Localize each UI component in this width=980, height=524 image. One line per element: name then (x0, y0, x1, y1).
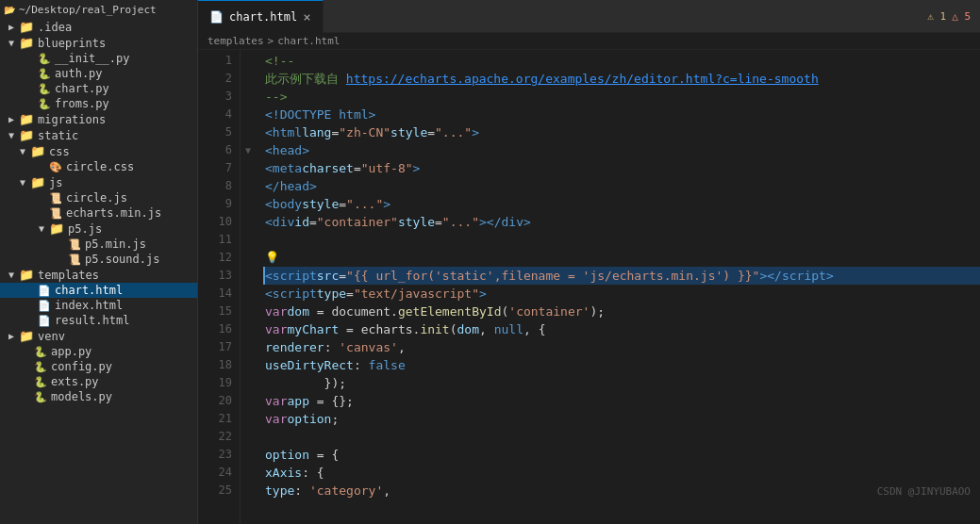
code-line-5: <html lang="zh-CN" style="..."> (265, 123, 980, 141)
code-editor[interactable]: 1234567891011121314151617181920212223242… (198, 50, 980, 524)
sidebar-item-chart-html[interactable]: 📄 chart.html (0, 283, 197, 298)
folder-icon-static: 📁 (19, 128, 34, 142)
code-line-8: </head> (265, 177, 980, 195)
sidebar-item-label: js (49, 176, 62, 189)
code-line-2: 此示例下载自 https://echarts.apache.org/exampl… (265, 70, 980, 88)
folder-arrow-static: ▼ (4, 130, 19, 140)
code-line-10: <div id="container" style="..."></div> (265, 213, 980, 231)
sidebar-item-froms-py[interactable]: 🐍 froms.py (0, 96, 197, 111)
editor-status-badges: ⚠ 1 △ 5 (927, 10, 980, 23)
sidebar-item-blueprints[interactable]: ▼ 📁 blueprints (0, 35, 197, 51)
sidebar-item-label: index.html (55, 299, 123, 312)
code-line-1: <!-- (265, 52, 980, 70)
sidebar-item-label: templates (38, 269, 99, 282)
code-line-20: var app = {}; (265, 392, 980, 410)
sidebar-item-label: froms.py (55, 97, 109, 110)
sidebar-item-label: config.py (51, 360, 112, 373)
code-line-15: var dom = document.getElementById('conta… (265, 303, 980, 320)
sidebar-item-index-html[interactable]: 📄 index.html (0, 298, 197, 313)
sidebar-item-circle-js[interactable]: 📜 circle.js (0, 190, 197, 205)
tab-label: chart.html (229, 10, 297, 24)
sidebar-item-init-py[interactable]: 🐍 __init__.py (0, 51, 197, 66)
code-line-17: renderer: 'canvas', (265, 338, 980, 356)
sidebar-item-js[interactable]: ▼ 📁 js (0, 174, 197, 190)
sidebar-item-label: app.py (51, 345, 91, 358)
code-line-11 (265, 231, 980, 249)
js-icon: 📜 (68, 238, 81, 251)
breadcrumb: templates > chart.html (198, 33, 980, 50)
sidebar-item-chart-py[interactable]: 🐍 chart.py (0, 81, 197, 96)
code-line-14: <script type="text/javascript"> (265, 285, 980, 303)
sidebar-item-templates[interactable]: ▼ 📁 templates (0, 267, 197, 283)
sidebar-item-migrations[interactable]: ▶ 📁 migrations (0, 111, 197, 127)
code-line-7: <meta charset="utf-8"> (265, 159, 980, 177)
sidebar-item-label: venv (38, 330, 65, 343)
folder-icon-css: 📁 (30, 144, 45, 158)
code-lines[interactable]: <!-- 此示例下载自 https://echarts.apache.org/e… (256, 50, 980, 524)
folder-arrow-idea: ▶ (4, 22, 19, 32)
sidebar-item-models-py[interactable]: 🐍 models.py (0, 389, 197, 404)
sidebar-item-idea[interactable]: ▶ 📁 .idea (0, 19, 197, 35)
sidebar-item-echarts-min-js[interactable]: 📜 echarts.min.js (0, 205, 197, 221)
code-line-3: --> (265, 88, 980, 106)
folder-arrow-css: ▼ (15, 146, 30, 156)
sidebar-item-label: blueprints (38, 37, 106, 50)
py-icon: 🐍 (34, 376, 47, 388)
sidebar-item-label: p5.min.js (85, 237, 146, 251)
sidebar-item-label: p5.js (68, 222, 102, 236)
sidebar-item-label: models.py (51, 390, 112, 403)
sidebar-item-label: chart.py (55, 82, 109, 95)
sidebar-item-label: circle.js (66, 191, 127, 205)
sidebar-item-exts-py[interactable]: 🐍 exts.py (0, 374, 197, 389)
folder-icon-templates: 📁 (19, 268, 34, 282)
folder-icon-p5js: 📁 (49, 221, 64, 236)
code-line-22 (265, 428, 980, 446)
code-line-23: option = { (265, 446, 980, 464)
tab-close-button[interactable]: × (303, 10, 310, 24)
folder-arrow-p5js: ▼ (34, 223, 49, 234)
py-icon: 🐍 (34, 346, 47, 358)
sidebar-item-result-html[interactable]: 📄 result.html (0, 313, 197, 328)
file-explorer[interactable]: 📂 ~/Desktop/real_Project ▶ 📁 .idea ▼ 📁 b… (0, 0, 198, 524)
folder-icon-venv: 📁 (19, 329, 34, 343)
code-line-13: <script src="{{ url_for('static',filenam… (263, 267, 980, 285)
fold-gutter: ▼ (241, 50, 256, 524)
line-numbers: 1234567891011121314151617181920212223242… (198, 50, 241, 524)
code-line-9: <body style="..."> (265, 195, 980, 213)
sidebar-item-config-py[interactable]: 🐍 config.py (0, 359, 197, 374)
code-line-19: }); (265, 374, 980, 392)
sidebar-item-label: chart.html (55, 284, 123, 297)
sidebar-item-label: css (49, 145, 70, 158)
sidebar-item-css[interactable]: ▼ 📁 css (0, 143, 197, 159)
code-line-12: 💡 (265, 249, 980, 267)
code-line-21: var option; (265, 410, 980, 428)
folder-icon-migrations: 📁 (19, 112, 34, 126)
sidebar-item-auth-py[interactable]: 🐍 auth.py (0, 66, 197, 81)
sidebar-item-circle-css[interactable]: 🎨 circle.css (0, 159, 197, 174)
py-icon: 🐍 (38, 68, 51, 80)
html-icon: 📄 (38, 315, 51, 327)
folder-arrow-templates: ▼ (4, 270, 19, 280)
py-icon: 🐍 (34, 361, 47, 373)
js-icon: 📜 (49, 192, 62, 205)
code-line-24: xAxis: { (265, 464, 980, 482)
sidebar-item-static[interactable]: ▼ 📁 static (0, 127, 197, 143)
sidebar-item-p5-min-js[interactable]: 📜 p5.min.js (0, 237, 197, 252)
sidebar-item-label: migrations (38, 113, 106, 126)
folder-arrow-venv: ▶ (4, 331, 19, 341)
css-icon: 🎨 (49, 161, 62, 173)
sidebar-item-p5-js[interactable]: ▼ 📁 p5.js (0, 221, 197, 237)
sidebar-item-venv[interactable]: ▶ 📁 venv (0, 328, 197, 344)
sidebar-item-app-py[interactable]: 🐍 app.py (0, 344, 197, 359)
sidebar-item-label: static (38, 129, 78, 142)
folder-icon-js: 📁 (30, 175, 45, 189)
sidebar-item-label: __init__.py (55, 52, 129, 65)
code-line-4: <!DOCTYPE html> (265, 106, 980, 123)
sidebar-item-p5-sound-js[interactable]: 📜 p5.sound.js (0, 252, 197, 267)
sidebar-item-label: circle.css (66, 160, 134, 173)
editor-tabs: 📄 chart.html × ⚠ 1 △ 5 (198, 0, 980, 33)
code-line-16: var myChart = echarts.init(dom, null, { (265, 320, 980, 338)
sidebar-item-label: echarts.min.js (66, 206, 161, 220)
code-line-18: useDirtyRect: false (265, 356, 980, 374)
tab-chart-html[interactable]: 📄 chart.html × (198, 0, 324, 33)
